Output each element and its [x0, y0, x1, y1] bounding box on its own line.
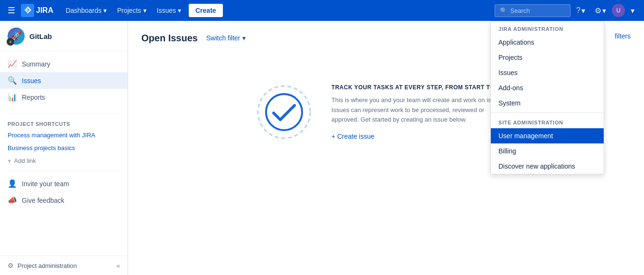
sidebar-item-issues[interactable]: 🔍 Issues — [0, 72, 128, 89]
chevron-down-icon: ▾ — [242, 34, 246, 42]
empty-state-inner: TRACK YOUR TASKS AT EVERY STEP, FROM STA… — [256, 84, 516, 141]
dropdown-item-discover-apps[interactable]: Discover new applications — [491, 159, 604, 174]
chevron-down-icon: ▾ — [581, 6, 585, 15]
chart-icon: 📈 — [8, 59, 17, 68]
dropdown-item-system[interactable]: System — [491, 95, 604, 111]
chevron-down-icon: ▾ — [143, 7, 147, 14]
project-shortcuts-title: PROJECT SHORTCUTS — [0, 117, 128, 129]
sidebar-item-summary[interactable]: 📈 Summary — [0, 56, 128, 72]
nav-issues[interactable]: Issues ▾ — [152, 4, 186, 17]
project-name: GitLab — [29, 32, 52, 40]
sidebar-add-link[interactable]: + Add link — [0, 154, 128, 167]
sidebar-invite-team[interactable]: 👤 Invite your team — [0, 175, 128, 192]
create-button[interactable]: Create — [189, 4, 223, 17]
dropdown-item-projects[interactable]: Projects — [491, 50, 604, 65]
megaphone-icon: 📣 — [8, 196, 17, 205]
collapse-icon[interactable]: « — [117, 262, 120, 269]
dropdown-item-billing[interactable]: Billing — [491, 143, 604, 159]
settings-button[interactable]: ⚙ ▾ — [591, 3, 610, 18]
search-icon: 🔍 — [8, 76, 17, 85]
nav-right: 🔍 Search ? ▾ ⚙ ▾ U ▾ — [495, 3, 638, 18]
dropdown-item-applications[interactable]: Applications — [491, 35, 604, 50]
avatar-button[interactable]: U — [612, 4, 625, 17]
jira-logo[interactable]: JIRA — [21, 4, 53, 17]
site-admin-section-title: SITE ADMINISTRATION — [491, 115, 604, 128]
sidebar-item-reports[interactable]: 📊 Reports — [0, 89, 128, 105]
plus-icon: + — [8, 157, 11, 164]
search-box[interactable]: 🔍 Search — [495, 4, 570, 17]
sidebar-nav: 📈 Summary 🔍 Issues 📊 Reports — [0, 52, 128, 109]
sidebar-footer-admin[interactable]: ⚙ Project administration « — [0, 256, 128, 275]
switch-filter-button[interactable]: Switch filter ▾ — [203, 32, 248, 44]
settings-icon: ⚙ — [8, 262, 14, 269]
avatar-initial: U — [616, 7, 621, 14]
top-navigation: ☰ JIRA Dashboards ▾ Projects ▾ Issues ▾ … — [0, 0, 644, 21]
person-icon: 👤 — [8, 179, 17, 188]
jira-admin-section-title: JIRA ADMINISTRATION — [491, 21, 604, 35]
project-avatar-badge: ≡ — [7, 38, 14, 46]
chevron-down-icon: ▾ — [631, 6, 635, 15]
sidebar: 🚀 ≡ GitLab 📈 Summary 🔍 Issues 📊 Reports … — [0, 21, 128, 275]
page-title: Open Issues — [141, 33, 198, 44]
svg-point-2 — [266, 94, 302, 130]
dropdown-item-addons[interactable]: Add-ons — [491, 80, 604, 95]
sidebar-divider-2 — [8, 171, 120, 171]
nav-dashboards[interactable]: Dashboards ▾ — [61, 4, 111, 17]
nav-items: Dashboards ▾ Projects ▾ Issues ▾ Create — [61, 4, 222, 17]
chevron-down-icon: ▾ — [178, 7, 181, 14]
empty-state-text: TRACK YOUR TASKS AT EVERY STEP, FROM STA… — [331, 84, 516, 140]
chevron-down-icon: ▾ — [103, 7, 107, 14]
filters-link[interactable]: filters — [615, 32, 631, 40]
dropdown-divider — [491, 113, 604, 113]
chevron-down-icon: ▾ — [602, 6, 606, 15]
project-header: 🚀 ≡ GitLab — [0, 21, 128, 52]
sidebar-link-process[interactable]: Process management with JIRA — [0, 129, 128, 142]
avatar-chevron[interactable]: ▾ — [627, 3, 638, 18]
menu-icon[interactable]: ☰ — [6, 3, 17, 18]
reports-icon: 📊 — [8, 93, 17, 102]
empty-state-illustration — [256, 84, 313, 141]
admin-dropdown: JIRA ADMINISTRATION Applications Project… — [490, 21, 604, 174]
nav-projects[interactable]: Projects ▾ — [112, 4, 151, 17]
help-button[interactable]: ? ▾ — [572, 3, 589, 18]
dropdown-item-user-management[interactable]: User management — [491, 128, 604, 143]
search-icon: 🔍 — [500, 7, 507, 14]
help-icon: ? — [576, 6, 580, 15]
gear-icon: ⚙ — [595, 6, 601, 15]
empty-state-title: TRACK YOUR TASKS AT EVERY STEP, FROM STA… — [331, 84, 516, 91]
sidebar-link-business[interactable]: Business projects basics — [0, 142, 128, 154]
project-avatar: 🚀 ≡ — [8, 28, 25, 45]
sidebar-give-feedback[interactable]: 📣 Give feedback — [0, 192, 128, 209]
dropdown-item-issues[interactable]: Issues — [491, 65, 604, 80]
empty-state-desc: This is where you and your team will cre… — [331, 95, 512, 125]
jira-logo-text: JIRA — [36, 6, 53, 15]
sidebar-divider-1 — [8, 113, 120, 114]
create-issue-link[interactable]: + Create issue — [331, 133, 516, 140]
